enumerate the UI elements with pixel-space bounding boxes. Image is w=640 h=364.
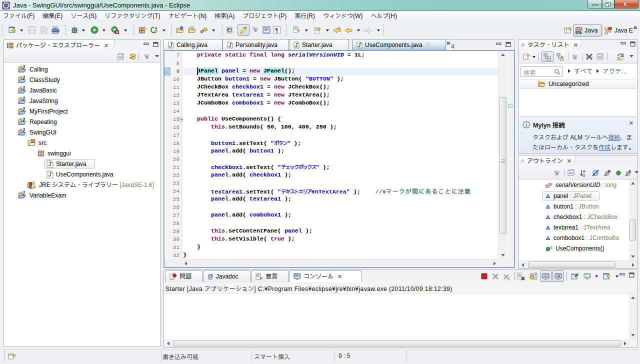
- svg-text:F: F: [550, 182, 552, 186]
- svg-text:c: c: [550, 246, 553, 250]
- svg-text:J: J: [48, 162, 51, 167]
- svg-text:J: J: [580, 26, 582, 32]
- svg-text:z: z: [583, 173, 585, 177]
- svg-text:J: J: [48, 172, 51, 178]
- svg-text:¶: ¶: [275, 26, 278, 34]
